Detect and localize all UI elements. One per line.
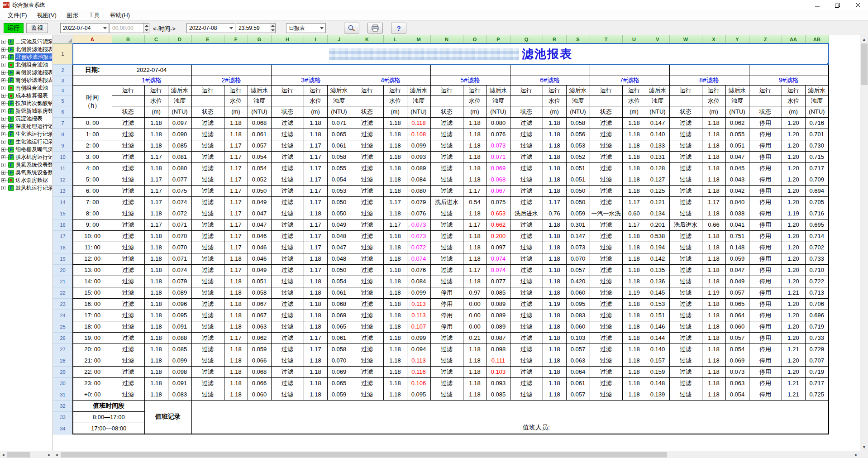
cell[interactable]: 1.17 <box>304 344 327 355</box>
cell[interactable]: 0.046 <box>248 230 271 242</box>
row-header[interactable]: 34 <box>53 423 73 434</box>
cell[interactable]: 过滤 <box>191 230 224 242</box>
cell[interactable]: 过滤 <box>271 185 304 196</box>
cell[interactable]: 1.17 <box>224 242 248 253</box>
cell[interactable]: 1.18 <box>463 230 486 242</box>
expand-icon[interactable] <box>1 94 5 98</box>
expand-icon[interactable] <box>1 86 5 90</box>
column-header-B[interactable]: B <box>112 35 144 43</box>
sub-header-cell[interactable]: 浊度 <box>407 95 430 106</box>
cell[interactable]: 1.18 <box>383 321 407 332</box>
cell[interactable]: 过滤 <box>191 208 224 219</box>
cell[interactable]: 过滤 <box>510 230 543 242</box>
cell[interactable]: 1.18 <box>383 310 407 321</box>
cell[interactable]: 0.00 <box>463 321 486 332</box>
row-header[interactable]: 24 <box>53 310 73 321</box>
cell[interactable]: 过滤 <box>510 332 543 344</box>
cell[interactable]: 0.097 <box>168 117 191 129</box>
cell[interactable]: 停用 <box>749 162 782 174</box>
row-header[interactable]: 2 <box>53 64 73 76</box>
cell[interactable]: 1.18 <box>304 366 327 377</box>
cell[interactable]: 停用 <box>749 310 782 321</box>
cell[interactable]: 过滤 <box>112 219 144 230</box>
expand-icon[interactable] <box>1 140 5 144</box>
sidebar-item[interactable]: 沉淀池报表 <box>0 115 52 123</box>
cell[interactable]: 过滤 <box>590 287 622 298</box>
cell[interactable]: 1.17 <box>224 332 248 344</box>
cell[interactable]: 0.061 <box>566 377 590 389</box>
cell[interactable]: 1.18 <box>702 366 725 377</box>
cell[interactable]: 过滤 <box>510 389 543 400</box>
cell[interactable]: 0.095 <box>168 310 191 321</box>
cell[interactable]: 过滤 <box>669 332 702 344</box>
cell[interactable]: 0.071 <box>168 219 191 230</box>
cell[interactable]: 0.081 <box>168 151 191 162</box>
cell[interactable]: 1.17 <box>383 219 407 230</box>
filter-group-header[interactable]: 4#滤格 <box>351 76 430 85</box>
restore-button[interactable] <box>827 0 848 10</box>
spinner-buttons[interactable] <box>143 24 149 33</box>
cell[interactable]: 0.094 <box>407 344 430 355</box>
expand-icon[interactable] <box>1 48 5 52</box>
cell[interactable]: 过滤 <box>271 129 304 140</box>
cell[interactable]: 1.20 <box>782 140 805 151</box>
cell[interactable]: 0.061 <box>327 140 351 151</box>
row-header[interactable]: 6 <box>53 106 73 117</box>
cell[interactable]: 停用 <box>749 264 782 276</box>
cell[interactable]: 0.111 <box>486 355 510 366</box>
cell[interactable]: 0.716 <box>805 208 829 219</box>
row-header[interactable]: 3 <box>53 76 73 85</box>
sub-header-cell[interactable]: (m) <box>224 106 248 117</box>
close-button[interactable] <box>848 0 868 10</box>
filter-group-header[interactable]: 7#滤格 <box>590 76 669 85</box>
cell[interactable]: 0.059 <box>566 208 590 219</box>
cell[interactable]: 1.19 <box>702 287 725 298</box>
cell[interactable]: 停用 <box>749 344 782 355</box>
cell[interactable] <box>271 64 351 76</box>
duty-period-1[interactable]: 8:00—17:00 <box>73 411 144 423</box>
menu-item[interactable]: 帮助(H) <box>105 10 135 20</box>
cell[interactable]: 0.074 <box>407 253 430 264</box>
cell[interactable]: 1.17 <box>304 196 327 208</box>
cell[interactable]: 过滤 <box>510 185 543 196</box>
cell[interactable]: 0.075 <box>168 185 191 196</box>
cell[interactable]: 0.074 <box>168 264 191 276</box>
sub-header-cell[interactable]: (m) <box>543 106 566 117</box>
sub-header-cell[interactable]: 滤后水 <box>327 85 351 95</box>
sidebar-item[interactable]: 生化池运行记录 <box>0 130 52 138</box>
cell[interactable]: 1.17 <box>304 264 327 276</box>
cell[interactable]: 0.054 <box>248 162 271 174</box>
cell[interactable]: 过滤 <box>112 377 144 389</box>
sub-header-cell[interactable]: 运行 <box>112 85 144 95</box>
sub-header-cell[interactable]: 滤后水 <box>168 85 191 95</box>
duty-record-cell[interactable]: 值班人员: <box>191 400 829 434</box>
cell[interactable]: 0.046 <box>248 253 271 264</box>
expand-icon[interactable] <box>1 132 5 136</box>
cell[interactable]: 过滤 <box>510 151 543 162</box>
time-cell[interactable]: 14: 00 <box>73 276 112 287</box>
cell[interactable]: 过滤 <box>669 196 702 208</box>
column-header-S[interactable]: S <box>566 35 590 43</box>
cell[interactable]: 1.18 <box>543 151 566 162</box>
cell[interactable]: 0.074 <box>486 253 510 264</box>
cell[interactable]: 1.18 <box>383 276 407 287</box>
cell[interactable]: 1.18 <box>383 389 407 400</box>
sidebar-item[interactable]: 北侧组合滤池 <box>0 61 52 69</box>
cell[interactable]: 过滤 <box>430 185 463 196</box>
cell[interactable]: 过滤 <box>510 140 543 151</box>
cell[interactable]: 过滤 <box>430 174 463 185</box>
row-header[interactable]: 25 <box>53 321 73 332</box>
cell[interactable]: 过滤 <box>191 174 224 185</box>
cell[interactable]: 1.18 <box>543 242 566 253</box>
cell[interactable]: 1.18 <box>702 151 725 162</box>
cell[interactable]: 1.18 <box>543 174 566 185</box>
cell[interactable]: 过滤 <box>351 208 383 219</box>
cell[interactable]: 0.717 <box>805 162 829 174</box>
sub-header-cell[interactable]: 状态 <box>430 106 463 117</box>
cell[interactable]: 过滤 <box>351 185 383 196</box>
cell[interactable]: 0.159 <box>646 366 669 377</box>
cell[interactable]: 过滤 <box>112 242 144 253</box>
scroll-left-icon[interactable]: ◄ <box>53 451 60 458</box>
cell[interactable]: 0.118 <box>407 117 430 129</box>
cell[interactable]: 过滤 <box>191 151 224 162</box>
